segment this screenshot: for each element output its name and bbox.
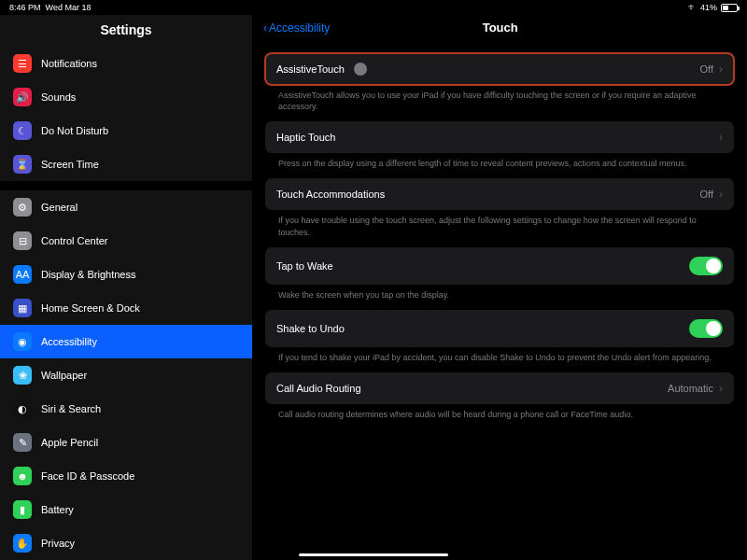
chevron-right-icon: › (719, 131, 723, 144)
status-bar: 8:46 PM Wed Mar 18 ᯤ 41% (0, 0, 747, 15)
sidebar-item-label: Do Not Disturb (41, 125, 108, 136)
wallpaper-icon: ❀ (13, 366, 32, 385)
sidebar-item-label: Screen Time (41, 159, 99, 170)
apple-pencil-icon: ✎ (13, 433, 32, 452)
general-icon: ⚙ (13, 198, 32, 217)
cell-shake-to-undo[interactable]: Shake to Undo (265, 310, 734, 347)
battery-icon: ▮ (13, 500, 32, 519)
sidebar-item-siri[interactable]: ◐Siri & Search (0, 392, 252, 426)
sidebar-item-control-center[interactable]: ⊟Control Center (0, 224, 252, 258)
sidebar-item-label: Notifications (41, 58, 97, 69)
home-dock-icon: ▦ (13, 299, 32, 317)
sidebar-item-display[interactable]: AADisplay & Brightness (0, 258, 252, 291)
cell-value: Off (700, 189, 713, 200)
sidebar-item-label: Sounds (41, 91, 76, 103)
cell-value: Automatic (668, 383, 713, 394)
sidebar-item-privacy[interactable]: ✋Privacy (0, 526, 252, 560)
cell-label: Call Audio Routing (276, 383, 361, 394)
sidebar-item-label: Battery (41, 504, 74, 515)
tap-to-wake-toggle[interactable] (689, 257, 723, 275)
sidebar-item-label: Display & Brightness (41, 269, 136, 280)
sidebar-title: Settings (0, 15, 252, 47)
sidebar-item-faceid[interactable]: ☻Face ID & Passcode (0, 459, 252, 493)
content-header: ‹ Accessibility Touch (252, 15, 747, 44)
cell-call-audio-routing[interactable]: Call Audio RoutingAutomatic› (265, 372, 734, 404)
sidebar-item-general[interactable]: ⚙General (0, 190, 252, 224)
sidebar-item-label: Home Screen & Dock (41, 302, 140, 314)
cell-haptic-touch[interactable]: Haptic Touch› (265, 121, 734, 153)
cell-label: Touch Accommodations (276, 189, 385, 200)
chevron-right-icon: › (719, 63, 723, 76)
sidebar-item-notifications[interactable]: ☰Notifications (0, 47, 252, 80)
cell-label: AssistiveTouch (276, 63, 345, 75)
sidebar-item-dnd[interactable]: ☾Do Not Disturb (0, 114, 252, 147)
footnote: Call audio routing determines where audi… (265, 404, 734, 420)
notifications-icon: ☰ (13, 54, 32, 73)
cell-assistivetouch[interactable]: AssistiveTouchOff› (265, 53, 734, 85)
cell-label: Haptic Touch (276, 132, 335, 143)
sidebar-item-apple-pencil[interactable]: ✎Apple Pencil (0, 426, 252, 459)
control-center-icon: ⊟ (13, 231, 32, 250)
battery-icon (721, 4, 738, 12)
shake-to-undo-toggle[interactable] (689, 319, 723, 338)
display-icon: AA (13, 265, 32, 284)
sidebar-item-label: Privacy (41, 538, 75, 549)
siri-icon: ◐ (13, 399, 32, 418)
footnote: Wake the screen when you tap on the disp… (265, 285, 734, 301)
status-time-date: 8:46 PM Wed Mar 18 (9, 3, 91, 12)
sidebar-item-home-dock[interactable]: ▦Home Screen & Dock (0, 291, 252, 325)
sidebar-item-label: Face ID & Passcode (41, 470, 134, 482)
sidebar-item-accessibility[interactable]: ◉Accessibility (0, 325, 252, 358)
sidebar-item-battery[interactable]: ▮Battery (0, 493, 252, 526)
cell-touch-accommodations[interactable]: Touch AccommodationsOff› (265, 178, 734, 210)
footnote: Press on the display using a different l… (265, 153, 734, 169)
cell-value: Off (700, 63, 713, 75)
sidebar-item-label: Accessibility (41, 336, 97, 347)
cell-label: Shake to Undo (276, 323, 345, 334)
battery-percent: 41% (700, 3, 717, 12)
sidebar-item-label: General (41, 202, 78, 213)
wifi-icon: ᯤ (688, 3, 697, 12)
footnote: If you tend to shake your iPad by accide… (265, 347, 734, 363)
page-title: Touch (264, 21, 736, 35)
privacy-icon: ✋ (13, 534, 32, 553)
sidebar-item-label: Siri & Search (41, 403, 101, 414)
sidebar-item-label: Wallpaper (41, 370, 87, 381)
sidebar-item-sounds[interactable]: 🔊Sounds (0, 80, 252, 114)
assistivetouch-dot-icon (354, 63, 367, 76)
sounds-icon: 🔊 (13, 88, 32, 106)
content-pane: ‹ Accessibility Touch AssistiveTouchOff›… (252, 15, 747, 560)
sidebar-item-screen-time[interactable]: ⌛Screen Time (0, 147, 252, 181)
footnote: AssistiveTouch allows you to use your iP… (265, 85, 734, 112)
settings-sidebar: Settings ☰Notifications🔊Sounds☾Do Not Di… (0, 15, 252, 560)
sidebar-item-wallpaper[interactable]: ❀Wallpaper (0, 358, 252, 392)
cell-label: Tap to Wake (276, 260, 333, 272)
faceid-icon: ☻ (13, 467, 32, 485)
dnd-icon: ☾ (13, 121, 32, 140)
cell-tap-to-wake[interactable]: Tap to Wake (265, 247, 734, 285)
sidebar-item-label: Control Center (41, 235, 108, 246)
home-indicator[interactable] (299, 553, 448, 556)
screen-time-icon: ⌛ (13, 155, 32, 174)
sidebar-item-label: Apple Pencil (41, 437, 98, 448)
chevron-right-icon: › (719, 382, 723, 395)
accessibility-icon: ◉ (13, 332, 32, 351)
chevron-right-icon: › (719, 188, 723, 201)
status-right: ᯤ 41% (688, 3, 738, 12)
footnote: If you have trouble using the touch scre… (265, 210, 734, 237)
